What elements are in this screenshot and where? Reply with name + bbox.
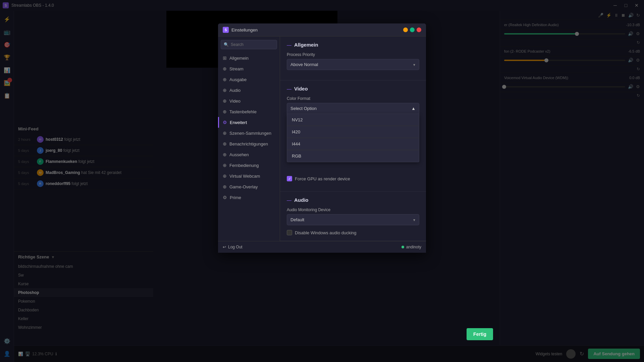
nav-item-stream[interactable]: ⊕ Stream	[218, 63, 280, 74]
modal-controls	[403, 27, 421, 32]
color-format-dropdown: Select Option ▲ NV12 I420 I444 RGB	[287, 103, 419, 114]
monitoring-value: Default	[290, 217, 304, 222]
username-label: andinoty	[406, 245, 421, 249]
nav-item-tastenbefehle[interactable]: ⊕ Tastenbefehle	[218, 106, 280, 117]
scenes-icon: ⊕	[223, 130, 227, 136]
modal-minimize-button[interactable]	[403, 27, 408, 32]
audio-section-title: Audio	[294, 197, 309, 203]
dropdown-option-i420[interactable]: I420	[287, 126, 419, 138]
modal-search-box[interactable]: 🔍	[221, 40, 277, 49]
dropdown-option-rgb[interactable]: RGB	[287, 150, 419, 162]
color-format-placeholder: Select Option	[290, 106, 317, 111]
monitoring-device-group: Audio Monitoring Device Default ▼	[287, 207, 419, 225]
section-title: Allgemein	[294, 42, 318, 48]
settings-modal: S Einstellungen 🔍 ⊞ Allgemein	[218, 23, 426, 253]
bell-icon: ⊕	[223, 141, 227, 146]
process-priority-select-wrapper: Above Normal ▼	[287, 59, 419, 70]
logout-button[interactable]: ↩ Log Out	[223, 245, 243, 249]
modal-nav: 🔍 ⊞ Allgemein ⊕ Stream ⊕ Ausgabe ⊕	[218, 37, 280, 241]
audio-collapse-icon[interactable]: —	[287, 197, 291, 203]
video-section-header: — Video	[287, 86, 419, 92]
online-status-dot	[401, 246, 404, 248]
webcam-icon: ⊕	[223, 173, 227, 179]
video-icon: ⊕	[223, 98, 227, 104]
logout-icon: ↩	[223, 245, 226, 249]
nav-item-remote[interactable]: ⊕ Fernbedienung	[218, 160, 280, 171]
stream-icon: ⊕	[223, 66, 227, 71]
overlay-icon: ⊕	[223, 184, 227, 189]
modal-overlay: S Einstellungen 🔍 ⊞ Allgemein	[0, 0, 644, 362]
audio-icon: ⊕	[223, 87, 227, 93]
audio-section-header: — Audio	[287, 197, 419, 203]
dropdown-option-nv12[interactable]: NV12	[287, 114, 419, 126]
modal-close-button[interactable]	[417, 27, 421, 32]
nav-item-szenen[interactable]: ⊕ Szenen-Sammlungen	[218, 128, 280, 138]
disable-ducking-checkbox[interactable]	[287, 230, 292, 235]
force-gpu-checkbox[interactable]: ✓	[287, 176, 292, 181]
color-format-options: NV12 I420 I444 RGB	[287, 114, 419, 162]
nav-item-ausgabe[interactable]: ⊕ Ausgabe	[218, 74, 280, 85]
monitoring-select[interactable]: Default	[287, 214, 419, 225]
modal-content: — Allgemein Process Priority Above Norma…	[280, 37, 426, 241]
nav-item-notifications[interactable]: ⊕ Benachrichtigungen	[218, 138, 280, 149]
force-gpu-row: ✓ Force GPU as render device	[287, 176, 419, 181]
monitoring-select-wrapper: Default ▼	[287, 214, 419, 225]
nav-item-overlay[interactable]: ⊕ Game-Overlay	[218, 181, 280, 192]
process-priority-select[interactable]: Above Normal	[287, 59, 419, 70]
modal-maximize-button[interactable]	[410, 27, 415, 32]
modal-body: 🔍 ⊞ Allgemein ⊕ Stream ⊕ Ausgabe ⊕	[218, 37, 426, 241]
nav-item-aussehen[interactable]: ⊕ Aussehen	[218, 149, 280, 160]
done-button[interactable]: Fertig	[467, 328, 493, 340]
section-header: — Allgemein	[287, 42, 419, 48]
disable-ducking-label: Disable Windows audio ducking	[295, 230, 357, 235]
video-section-title: Video	[294, 86, 308, 92]
process-priority-value: Above Normal	[290, 62, 318, 67]
disable-ducking-row: Disable Windows audio ducking	[287, 230, 419, 235]
video-collapse-icon[interactable]: —	[287, 86, 291, 92]
output-icon: ⊕	[223, 77, 227, 82]
user-badge: andinoty	[401, 245, 421, 249]
gear-icon: ⚙	[223, 120, 227, 125]
video-section: — Video Color Format Select Option ▲ NV1…	[280, 80, 426, 192]
modal-title-left: S Einstellungen	[223, 27, 258, 33]
color-format-trigger[interactable]: Select Option ▲	[287, 103, 419, 114]
dropdown-option-i444[interactable]: I444	[287, 138, 419, 150]
allgemein-section: — Allgemein Process Priority Above Norma…	[280, 37, 426, 80]
search-icon: 🔍	[224, 42, 229, 47]
process-priority-group: Process Priority Above Normal ▼	[287, 52, 419, 70]
color-format-group: Color Format Select Option ▲ NV12 I420 I…	[287, 96, 419, 181]
nav-item-allgemein[interactable]: ⊞ Allgemein	[218, 53, 280, 63]
prime-icon: ⚙	[223, 195, 227, 200]
modal-logo: S	[223, 27, 229, 33]
nav-item-erweitert[interactable]: ⚙ Erweitert	[218, 117, 280, 128]
theme-icon: ⊕	[223, 152, 227, 157]
modal-footer: ↩ Log Out andinoty	[218, 241, 426, 253]
modal-titlebar: S Einstellungen	[218, 23, 426, 37]
color-format-label: Color Format	[287, 96, 419, 101]
dropdown-open-arrow-icon: ▲	[411, 106, 416, 111]
monitoring-label: Audio Monitoring Device	[287, 207, 419, 212]
nav-item-webcam[interactable]: ⊕ Virtual Webcam	[218, 171, 280, 181]
force-gpu-label: Force GPU as render device	[295, 176, 350, 181]
nav-item-prime[interactable]: ⚙ Prime	[218, 192, 280, 203]
nav-item-video[interactable]: ⊕ Video	[218, 96, 280, 106]
remote-icon: ⊕	[223, 163, 227, 168]
modal-title: Einstellungen	[231, 27, 258, 33]
search-input[interactable]	[231, 42, 274, 47]
keyboard-icon: ⊕	[223, 109, 227, 114]
grid-icon: ⊞	[223, 55, 227, 61]
audio-settings-section: — Audio Audio Monitoring Device Default …	[280, 192, 426, 241]
collapse-icon[interactable]: —	[287, 42, 291, 48]
nav-item-audio[interactable]: ⊕ Audio	[218, 85, 280, 96]
process-priority-label: Process Priority	[287, 52, 419, 57]
